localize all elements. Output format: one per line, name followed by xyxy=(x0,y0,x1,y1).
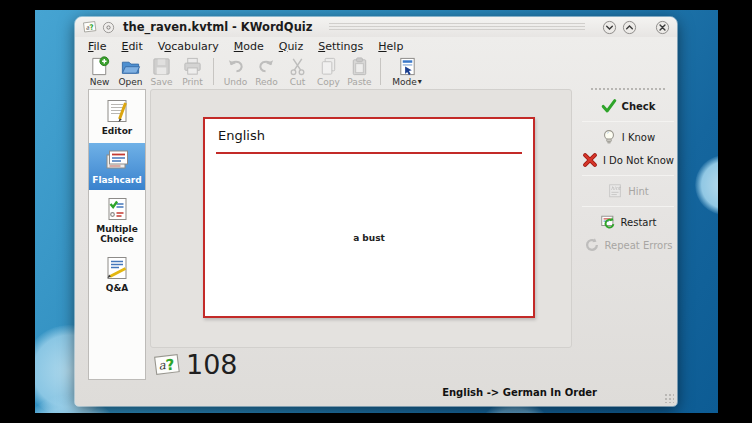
check-icon xyxy=(601,98,617,114)
panel-separator xyxy=(582,121,674,122)
sidebar-item-editor[interactable]: Editor xyxy=(89,94,145,141)
menu-vocabulary[interactable]: Vocabulary xyxy=(158,40,219,53)
flashcard-icon xyxy=(104,147,130,173)
mode-sidebar: Editor Flashcard Multiple Choice xyxy=(88,89,146,380)
save-button[interactable]: Save xyxy=(146,56,177,87)
hint-button[interactable]: hint Hint xyxy=(580,183,676,199)
minimize-button[interactable] xyxy=(602,20,617,35)
lightbulb-icon xyxy=(601,129,617,145)
toolbar-drag-handle[interactable] xyxy=(590,87,666,91)
restart-icon xyxy=(600,214,616,230)
menu-settings[interactable]: Settings xyxy=(318,40,363,53)
open-folder-icon xyxy=(120,56,141,77)
chevron-down-icon: ▾ xyxy=(418,78,422,86)
panel-separator xyxy=(582,175,674,176)
maximize-button[interactable] xyxy=(622,20,637,35)
card-word: a bust xyxy=(205,233,533,243)
repeat-arrows-icon xyxy=(584,237,600,253)
mode-button[interactable]: Mode ▾ xyxy=(387,56,427,87)
resize-grip[interactable] xyxy=(664,393,674,403)
card-counter: a ? 108 xyxy=(153,351,238,378)
open-button[interactable]: Open xyxy=(115,56,146,87)
menu-quiz[interactable]: Quiz xyxy=(279,40,303,53)
undo-button[interactable]: Undo xyxy=(220,56,251,87)
print-button[interactable]: Print xyxy=(177,56,208,87)
new-button[interactable]: New xyxy=(84,56,115,87)
undo-arrow-icon xyxy=(225,56,246,77)
menu-edit[interactable]: Edit xyxy=(121,40,142,53)
new-document-icon xyxy=(89,56,110,77)
flashcard[interactable]: English a bust xyxy=(203,117,535,318)
clipboard-icon xyxy=(349,56,370,77)
redo-arrow-icon xyxy=(256,56,277,77)
question-answer-icon xyxy=(104,255,130,281)
menu-file[interactable]: File xyxy=(88,40,106,53)
scissors-icon xyxy=(287,56,308,77)
card-language-label: English xyxy=(218,128,265,143)
titlebar[interactable]: a ? the_raven.kvtml - KWordQuiz xyxy=(75,17,677,37)
multiple-choice-icon xyxy=(104,196,130,222)
restart-button[interactable]: Restart xyxy=(580,214,676,230)
sidebar-item-flashcard[interactable]: Flashcard xyxy=(89,143,145,190)
sidebar-item-multiple-choice[interactable]: Multiple Choice xyxy=(89,192,145,249)
svg-text:hint: hint xyxy=(611,185,622,191)
printer-icon xyxy=(182,56,203,77)
kwordquiz-window: a ? the_raven.kvtml - KWordQuiz File Edi… xyxy=(75,17,677,406)
app-icon: a ? xyxy=(83,20,97,34)
i-do-not-know-button[interactable]: I Do Not Know xyxy=(580,152,676,168)
window-menu-button[interactable] xyxy=(102,21,115,34)
i-know-button[interactable]: I Know xyxy=(580,129,676,145)
main-toolbar: New Open Save Print xyxy=(75,55,677,89)
sidebar-item-qa[interactable]: Q&A xyxy=(89,251,145,298)
card-rule xyxy=(216,152,522,154)
redo-button[interactable]: Redo xyxy=(251,56,282,87)
hint-icon: hint xyxy=(607,183,623,199)
red-x-icon xyxy=(582,152,598,168)
menubar: File Edit Vocabulary Mode Quiz Settings … xyxy=(75,37,677,55)
titlebar-stripes xyxy=(329,23,585,32)
close-button[interactable] xyxy=(655,20,670,35)
statusbar-mode-text: English -> German In Order xyxy=(442,387,597,398)
menu-mode[interactable]: Mode xyxy=(234,40,264,53)
counter-card-icon: a ? xyxy=(153,352,181,378)
toolbar-separator xyxy=(213,58,214,85)
editor-icon xyxy=(104,98,130,124)
menu-help[interactable]: Help xyxy=(378,40,403,53)
save-disk-icon xyxy=(151,56,172,77)
window-title: the_raven.kvtml - KWordQuiz xyxy=(123,20,312,34)
toolbar-separator xyxy=(380,58,381,85)
panel-separator xyxy=(582,206,674,207)
repeat-errors-button[interactable]: Repeat Errors xyxy=(580,237,676,253)
paste-button[interactable]: Paste xyxy=(344,56,375,87)
copy-pages-icon xyxy=(318,56,339,77)
check-button[interactable]: Check xyxy=(580,98,676,114)
cut-button[interactable]: Cut xyxy=(282,56,313,87)
quiz-toolbar: Check I Know I Do Not Know hint xyxy=(580,87,676,260)
mode-icon xyxy=(397,56,418,77)
wallpaper-circle xyxy=(695,155,718,215)
counter-value: 108 xyxy=(186,351,238,378)
copy-button[interactable]: Copy xyxy=(313,56,344,87)
